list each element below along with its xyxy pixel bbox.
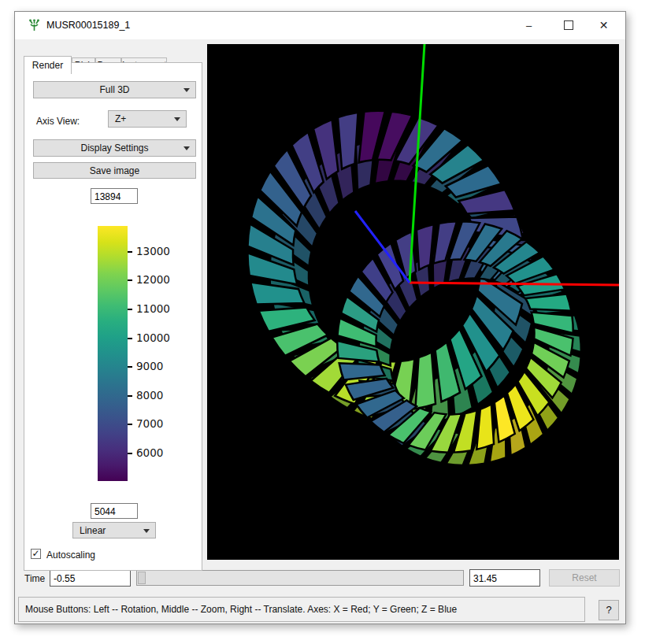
chevron-down-icon xyxy=(183,146,190,150)
tab-render[interactable]: Render xyxy=(24,56,72,74)
window-title: MUSR00015189_1 xyxy=(46,20,130,31)
colorbar-tick xyxy=(128,424,132,425)
instrument-view-window: MUSR00015189_1 – ✕ Full 3D Axis View: Z+… xyxy=(14,11,626,624)
status-message: Mouse Buttons: Left -- Rotation, Middle … xyxy=(25,604,457,615)
mantid-app-icon xyxy=(28,19,41,32)
display-settings-value: Display Settings xyxy=(80,142,148,154)
colorbar-tick xyxy=(128,453,132,454)
colorbar-tick xyxy=(128,395,132,397)
chevron-down-icon xyxy=(183,88,190,92)
scale-min-input[interactable] xyxy=(91,503,138,519)
display-settings-dropdown[interactable]: Display Settings xyxy=(33,139,196,157)
axis-view-dropdown[interactable]: Z+ xyxy=(108,110,187,128)
instrument-3d-viewport[interactable] xyxy=(207,44,619,560)
save-image-button[interactable]: Save image xyxy=(33,162,196,179)
render-tab-panel: Full 3D Axis View: Z+ Display Settings S… xyxy=(24,62,202,571)
projection-dropdown[interactable]: Full 3D xyxy=(33,81,196,98)
time-slider[interactable] xyxy=(136,570,464,586)
time-min-input[interactable] xyxy=(50,569,131,587)
help-button[interactable]: ? xyxy=(599,600,619,620)
colorbar-gradient[interactable] xyxy=(98,226,128,481)
colorbar-tick-label: 10000 xyxy=(136,331,170,344)
colorbar-tick-label: 11000 xyxy=(136,302,170,315)
detector-rings-render xyxy=(207,44,619,560)
axis-view-label: Axis View: xyxy=(36,116,80,127)
minimize-button[interactable]: – xyxy=(511,12,547,39)
autoscaling-checkbox[interactable]: ✓ xyxy=(31,549,41,559)
chevron-down-icon xyxy=(143,529,150,533)
scale-type-value: Linear xyxy=(80,525,106,536)
maximize-button[interactable] xyxy=(550,12,586,39)
status-bar: Mouse Buttons: Left -- Rotation, Middle … xyxy=(18,597,585,622)
colorbar-tick-label: 8000 xyxy=(136,389,163,402)
colorbar-tick-label: 12000 xyxy=(136,273,170,286)
colorbar-tick-label: 6000 xyxy=(136,446,163,459)
maximize-icon xyxy=(564,20,573,30)
projection-value: Full 3D xyxy=(99,84,129,95)
time-slider-handle[interactable] xyxy=(138,572,146,584)
reset-button[interactable]: Reset xyxy=(549,569,620,587)
colorbar-tick xyxy=(128,366,132,368)
colorbar-tick-label: 9000 xyxy=(136,360,163,372)
time-label: Time xyxy=(24,573,45,584)
chevron-down-icon xyxy=(174,117,180,121)
colorbar-tick xyxy=(128,309,132,310)
colorbar-tick-label: 7000 xyxy=(136,417,163,430)
scale-type-dropdown[interactable]: Linear xyxy=(72,522,156,539)
scale-max-input[interactable] xyxy=(91,188,138,204)
colorbar-tick xyxy=(128,251,132,253)
colorbar-tick-label: 13000 xyxy=(136,245,170,257)
axis-view-value: Z+ xyxy=(115,113,126,124)
colorbar[interactable]: 130001200011000100009000800070006000 xyxy=(98,226,200,494)
time-max-input[interactable] xyxy=(469,569,540,587)
close-button[interactable]: ✕ xyxy=(586,12,621,39)
title-bar[interactable]: MUSR00015189_1 – ✕ xyxy=(15,12,625,39)
colorbar-tick xyxy=(128,338,132,339)
autoscaling-label: Autoscaling xyxy=(46,550,95,561)
colorbar-tick xyxy=(128,279,132,281)
